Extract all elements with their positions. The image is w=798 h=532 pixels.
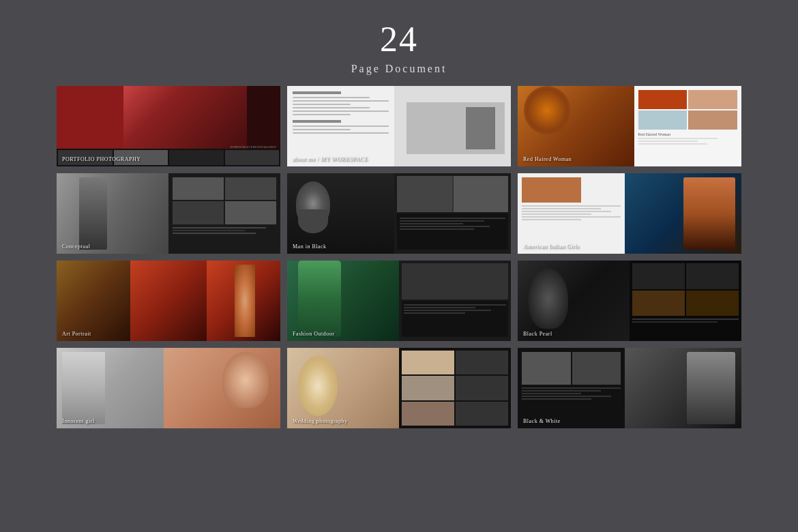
card-conceptual[interactable]: Conceptual (57, 173, 280, 254)
page-subtitle: Page Document (351, 63, 447, 75)
card-bw[interactable]: Black & White (518, 348, 741, 428)
card-label-2: about me / MY WORKSPACE (293, 156, 368, 162)
card-black-pearl[interactable]: Black Pearl (518, 261, 741, 341)
card-art-portrait[interactable]: Art Portrait (57, 261, 280, 341)
card-label-8: Fashion Outdoor (293, 331, 335, 337)
card-label-4: Conceptual (62, 243, 90, 250)
card-grid: PORTFOILIO PHOTOGRAPHY PORTFOLIO PHOTOGR… (43, 86, 755, 428)
card-label-10: Innocent girl (62, 418, 95, 424)
card-label-12: Black & White (523, 418, 561, 424)
card-indian-girls[interactable]: American Indian Girls (518, 173, 741, 254)
card-portfolio[interactable]: PORTFOILIO PHOTOGRAPHY PORTFOLIO PHOTOGR… (57, 86, 280, 166)
card-fashion-outdoor[interactable]: Fashion Outdoor (287, 261, 511, 341)
header: 24 Page Document (351, 0, 447, 86)
card-red-hair[interactable]: Red Haired Woman Red Haired Woman (518, 86, 741, 166)
card-logo-text: PORTFOILIO PHOTOGRAPHY (231, 145, 276, 149)
card-about[interactable]: about me / MY WORKSPACE (287, 86, 511, 166)
card-innocent[interactable]: Innocent girl (57, 348, 280, 428)
card-label-1: PORTFOLIO PHOTOGRAPHY (62, 156, 141, 162)
card-label-6: American Indian Girls (523, 243, 579, 250)
card-wedding[interactable]: Wedding photography (287, 348, 511, 428)
card-label-11: Wedding photography (293, 418, 348, 424)
card-man-black[interactable]: Man in Black (287, 173, 511, 254)
card-label-9: Black Pearl (523, 331, 552, 337)
card-label-3: Red Haired Woman (523, 156, 572, 162)
card-label-7: Art Portrait (62, 331, 91, 337)
page-count: 24 (351, 22, 447, 57)
card-label-5: Man in Black (293, 243, 327, 250)
